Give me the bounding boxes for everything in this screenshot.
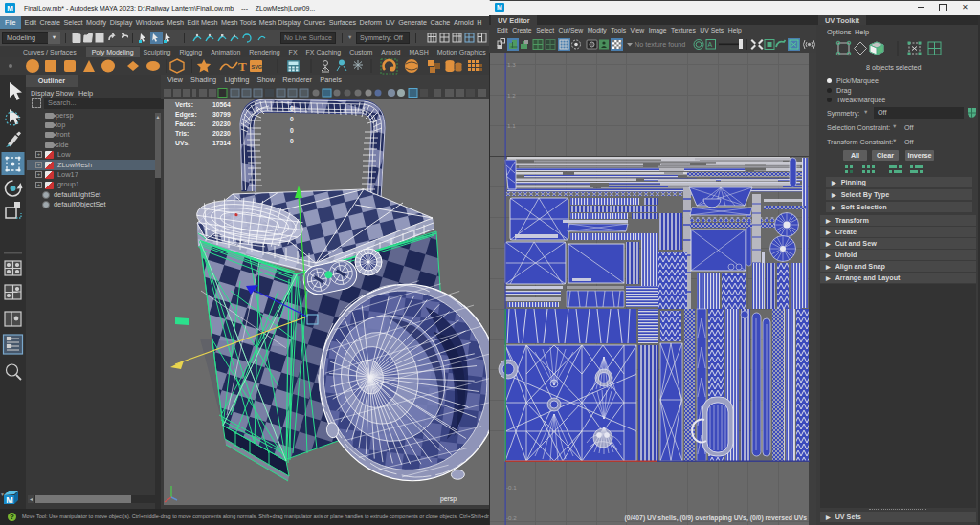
svg-text:0: 0 [290, 116, 294, 122]
svg-text:M: M [6, 495, 13, 505]
svg-text:30799: 30799 [212, 111, 231, 118]
svg-text:persp: persp [440, 495, 457, 503]
svg-text:Tris:: Tris: [175, 130, 189, 137]
svg-text:20230: 20230 [212, 130, 231, 137]
svg-text:10564: 10564 [212, 101, 231, 108]
svg-text:Verts:: Verts: [175, 101, 193, 108]
svg-text:UVs:: UVs: [175, 140, 190, 146]
svg-text:1.2: 1.2 [507, 92, 516, 98]
svg-text:(0/407) UV shells, (0/9) overl: (0/407) UV shells, (0/9) overlapping UVs… [625, 514, 808, 522]
svg-text:1.3: 1.3 [507, 61, 516, 68]
svg-text:Faces:: Faces: [175, 120, 196, 127]
svg-text:-0.2: -0.2 [506, 514, 517, 521]
svg-text:0: 0 [290, 127, 294, 134]
svg-text:No texture found: No texture found [635, 40, 685, 49]
svg-text:17514: 17514 [212, 140, 231, 146]
svg-text:-0.1: -0.1 [506, 484, 517, 491]
svg-text:SVG: SVG [252, 64, 263, 70]
svg-text:0: 0 [290, 105, 294, 112]
svg-text:20230: 20230 [212, 120, 231, 127]
svg-text:A: A [708, 41, 713, 48]
svg-text:Edges:: Edges: [175, 111, 197, 119]
svg-text:T: T [238, 59, 247, 74]
svg-text:1.1: 1.1 [507, 122, 516, 129]
svg-text:0: 0 [290, 138, 294, 144]
